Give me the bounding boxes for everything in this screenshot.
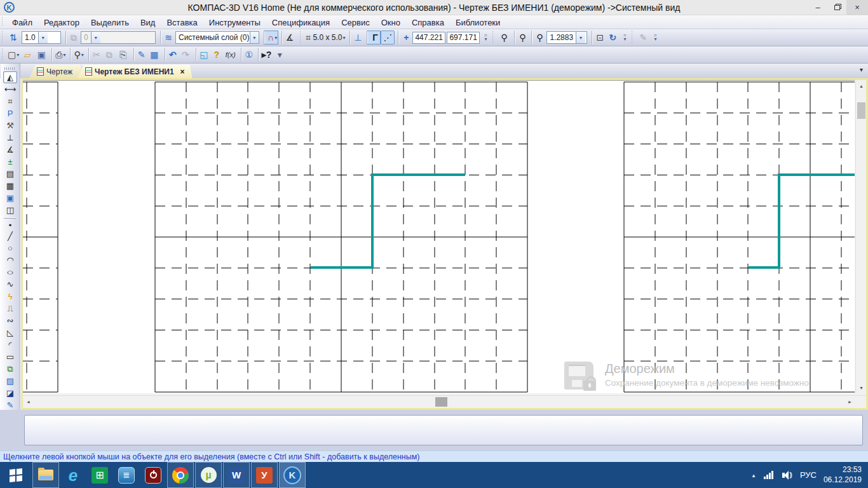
minimize-button[interactable]: – — [808, 0, 827, 15]
fill-tool[interactable]: ◪ — [3, 387, 17, 399]
document-tab[interactable]: Чертеж — [29, 65, 83, 78]
taskbar-explorer[interactable] — [32, 462, 59, 488]
hidden-icons-button[interactable]: ▴ — [752, 472, 756, 478]
scroll-left-icon[interactable]: ◄ — [23, 396, 34, 407]
save-icon[interactable]: ▣ — [34, 48, 48, 62]
construction-designations-tool[interactable]: Р — [3, 107, 17, 119]
menu-item[interactable]: Библиотеки — [450, 17, 506, 29]
zoom-by-frame-icon[interactable]: ⚲ — [497, 30, 511, 44]
rounding-toggle[interactable]: ⋰ — [381, 30, 395, 44]
menu-item[interactable]: Выделить — [85, 17, 135, 29]
chevron-down-icon[interactable]: ▾ — [576, 32, 585, 43]
format-brush-icon[interactable]: ✎ — [133, 48, 147, 62]
horizontal-scroll-thumb[interactable] — [435, 397, 447, 407]
chevron-down-icon[interactable]: ▾ — [38, 32, 48, 43]
vertical-scrollbar[interactable]: ▲ ▼ — [855, 81, 866, 393]
taskbar-word[interactable]: W — [223, 462, 250, 488]
restore-button[interactable] — [827, 0, 846, 15]
bezier-tool[interactable]: ∾ — [3, 315, 17, 327]
hatch-tool[interactable]: ▨ — [3, 375, 17, 387]
menu-item[interactable]: Вид — [135, 17, 161, 29]
undo-icon[interactable]: ↶ — [165, 48, 179, 62]
toolbar-overflow-icon[interactable]: =▾ — [621, 34, 628, 42]
point-tool[interactable]: • — [3, 218, 17, 230]
dimensions-tool[interactable]: ⟷ — [3, 83, 17, 95]
taskbar-utorrent[interactable]: µ — [195, 462, 222, 488]
tab-close-icon[interactable]: × — [180, 67, 185, 76]
rectangle-tool[interactable]: ▭ — [3, 351, 17, 363]
chevron-down-icon[interactable]: ▾ — [250, 32, 259, 43]
fillet-tool[interactable]: ◜ — [3, 339, 17, 351]
angle-snap-icon[interactable]: ∡ — [281, 30, 295, 44]
toolbar-grip[interactable] — [492, 31, 495, 44]
local-cs-icon[interactable]: ⊥ — [349, 30, 363, 44]
toolbar-overflow-icon[interactable]: =▾ — [482, 34, 489, 42]
toolbar-grip[interactable] — [1, 48, 4, 61]
macro-tool[interactable]: ◫ — [3, 204, 17, 216]
menu-item[interactable]: Сервис — [336, 17, 376, 29]
close-button[interactable]: × — [846, 0, 868, 15]
toolbar-grip[interactable] — [1, 17, 4, 27]
zoom-in-out-icon[interactable]: ⚲ — [531, 30, 545, 44]
reports-tool[interactable]: ▦ — [3, 180, 17, 192]
new-doc-icon[interactable]: ▢ — [6, 48, 20, 62]
segment-tool[interactable]: ╱ — [3, 230, 17, 242]
drawing-canvas[interactable]: Деморежим Сохранение документа в демореж… — [23, 80, 855, 393]
spline-tool[interactable]: ∿ — [3, 278, 17, 290]
horizontal-scrollbar[interactable]: ◄ ► — [23, 395, 866, 408]
arc-tool[interactable]: ◠ — [3, 254, 17, 266]
taskbar-chrome[interactable] — [167, 462, 194, 488]
menu-item[interactable]: Инструменты — [203, 17, 266, 29]
copy-icon[interactable]: ⧉ — [102, 48, 116, 62]
toolbar-grip[interactable] — [631, 31, 634, 44]
parameterization-tool[interactable]: ⟂ — [3, 132, 17, 144]
menu-item[interactable]: Редактор — [38, 17, 85, 29]
properties-icon[interactable]: ▦ — [147, 48, 161, 62]
open-icon[interactable]: ▱ — [20, 48, 34, 62]
menu-item[interactable]: Файл — [6, 17, 38, 29]
cursor-step-combo[interactable]: 1.0▾ — [22, 31, 61, 44]
toolbar-grip[interactable] — [299, 31, 302, 44]
continuous-input-tool[interactable]: ϟ — [3, 290, 17, 302]
refresh-view-icon[interactable]: ↻ — [606, 30, 620, 44]
zoom-scale-combo[interactable]: 1.2883▾ — [546, 31, 587, 44]
menu-item[interactable]: Окно — [376, 17, 406, 29]
menu-item[interactable]: Спецификация — [266, 17, 336, 29]
toolbar-grip[interactable] — [1, 31, 4, 44]
specification-tool[interactable]: ▤ — [3, 168, 17, 180]
help-topics-icon[interactable]: ? — [210, 48, 224, 62]
redo-icon[interactable]: ↷ — [179, 48, 193, 62]
fx-icon[interactable]: f(x) — [224, 48, 238, 62]
taskbar-kompas[interactable]: K — [279, 462, 306, 488]
polyline-tool[interactable]: ⎍ — [3, 302, 17, 315]
toolbar-grip[interactable] — [4, 67, 16, 70]
cut-icon[interactable]: ✂ — [88, 48, 102, 62]
variables-icon[interactable]: ① — [241, 48, 255, 62]
measurement-tool[interactable]: ∡ — [3, 144, 17, 156]
language-indicator[interactable]: РУС — [800, 470, 817, 480]
preview-icon[interactable]: ⚲ — [70, 48, 85, 62]
scroll-up-icon[interactable]: ▲ — [856, 81, 867, 92]
selection-tool[interactable]: ± — [3, 156, 17, 168]
ortho-mode-toggle[interactable]: Γ — [367, 30, 381, 44]
window-layout-icon[interactable]: ◱ — [196, 48, 210, 62]
ellipse-tool[interactable]: ○ — [3, 266, 17, 278]
insert-view-tool[interactable]: ▣ — [3, 192, 17, 204]
taskbar-store[interactable]: ⊞ — [86, 462, 113, 488]
scroll-down-icon[interactable]: ▼ — [856, 383, 867, 393]
zoom-area-icon[interactable]: ⚲ — [514, 30, 528, 44]
scroll-right-icon[interactable]: ► — [844, 396, 855, 407]
taskbar-system-tool[interactable]: ≣ — [113, 462, 140, 488]
taskbar-app-y[interactable]: У — [251, 462, 278, 488]
editing-tool[interactable]: ⚒ — [3, 119, 17, 132]
current-layer-combo[interactable]: Системный слой (0)▾ — [175, 31, 259, 44]
taskbar-power-app[interactable] — [140, 462, 166, 488]
chamfer-tool[interactable]: ◺ — [3, 327, 17, 339]
snap-magnet-icon[interactable]: ∩ — [264, 30, 278, 44]
fit-document-icon[interactable]: ⊡ — [592, 30, 606, 44]
cursor-step-icon[interactable]: ⇅ — [6, 30, 20, 44]
network-icon[interactable] — [764, 471, 773, 479]
y-coordinate-field[interactable]: 697.171 — [447, 32, 480, 44]
menu-item[interactable]: Вставка — [161, 17, 203, 29]
context-help-icon[interactable]: ▸? — [258, 48, 273, 62]
